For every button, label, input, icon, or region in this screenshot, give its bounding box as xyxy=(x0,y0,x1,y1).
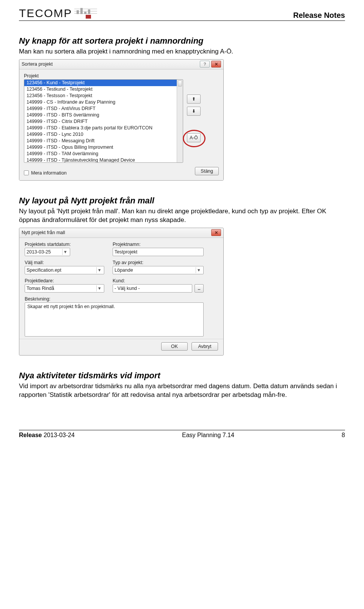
list-item[interactable]: 149999 - ITSD - TAM överlämning xyxy=(24,151,183,157)
list-item[interactable]: 123456 - Testkund - Testprojekt xyxy=(24,86,183,93)
logo-text: TECOMP xyxy=(19,7,72,20)
template-label: Välj mall: xyxy=(25,260,104,265)
footer-product: Easy Planning 7.14 xyxy=(182,432,234,439)
section3-title: Nya aktiviteter tidsmärks vid import xyxy=(19,371,345,381)
new-project-titlebar: Nytt projekt från mall ✕ xyxy=(19,228,223,238)
page-header: TECOMP Release Notes xyxy=(19,7,345,21)
move-up-button[interactable]: ⬆ xyxy=(187,94,201,104)
sort-project-dialog: Sortera projekt ? ✕ Projekt 123456 - Kun… xyxy=(19,59,224,181)
logo-mark-icon xyxy=(74,7,101,19)
template-select[interactable]: Specification.ept ▾ xyxy=(25,266,104,274)
projectleader-select[interactable]: Tomas Rindå ▾ xyxy=(25,284,104,293)
sort-dialog-title: Sortera projekt xyxy=(22,61,53,67)
move-down-button[interactable]: ⬇ xyxy=(187,107,201,116)
projectleader-label: Projektledare: xyxy=(25,278,104,283)
projecttype-select[interactable]: Löpande ▾ xyxy=(113,266,204,274)
list-item[interactable]: 149999 - ITSD - AntiVirus DRIFT xyxy=(24,105,183,112)
footer-release-date: 2013-03-24 xyxy=(44,432,75,438)
chevron-down-icon: ▾ xyxy=(62,249,68,255)
startdate-input[interactable]: 2013-03-25 ▾ xyxy=(25,248,70,256)
description-value: Skapar ett nytt projekt från en projektm… xyxy=(27,304,115,309)
description-textarea[interactable]: Skapar ett nytt projekt från en projektm… xyxy=(25,302,204,337)
list-item[interactable]: 149999 - ITSD - Messaging Drift xyxy=(24,138,183,144)
projectname-label: Projektnamn: xyxy=(113,242,204,247)
projectname-input[interactable]: Testprojekt xyxy=(113,248,204,256)
projectleader-value: Tomas Rindå xyxy=(27,286,54,291)
section1-title: Ny knapp för att sortera projekt i namno… xyxy=(19,36,345,46)
list-item[interactable]: 149999 - ITSD - BITS överlämning xyxy=(24,112,183,118)
release-notes-title: Release Notes xyxy=(293,11,345,20)
projecttype-label: Typ av projekt: xyxy=(113,260,204,265)
customer-select[interactable]: - Välj kund - xyxy=(113,284,192,293)
list-scrollbar[interactable] xyxy=(177,80,183,162)
close-button[interactable]: ✕ xyxy=(211,61,221,68)
new-project-dialog: Nytt projekt från mall ✕ Projektets star… xyxy=(19,228,224,356)
close-button[interactable]: ✕ xyxy=(211,229,221,236)
customer-label: Kund: xyxy=(113,278,204,283)
startdate-value: 2013-03-25 xyxy=(27,249,51,255)
startdate-label: Projektets startdatum: xyxy=(25,242,104,247)
footer-page-number: 8 xyxy=(342,432,345,439)
chevron-down-icon: ▾ xyxy=(196,267,202,273)
cancel-button[interactable]: Avbryt xyxy=(191,342,218,351)
section3-body: Vid import av arbetsordrar tidsmärks nu … xyxy=(19,382,345,400)
list-item[interactable]: 149999 - ITSD - Etablera 3:dje parts por… xyxy=(24,125,183,131)
help-button[interactable]: ? xyxy=(200,61,210,68)
list-item[interactable]: 149999 - ITSD - Tjänsteutveckling Manage… xyxy=(24,157,183,163)
section1-body: Man kan nu sortera alla projekt i namnor… xyxy=(19,47,345,56)
projecttype-value: Löpande xyxy=(115,268,133,273)
list-item[interactable]: 123456 - Testsson - Testprojekt xyxy=(24,93,183,99)
section2-title: Ny layout på Nytt projekt från mall xyxy=(19,196,345,206)
project-group-label: Projekt xyxy=(24,73,219,79)
list-item[interactable]: 123456 - Kund - Testprojekt xyxy=(24,80,183,86)
chevron-down-icon: ▾ xyxy=(96,285,102,291)
sort-az-label: A-Ö xyxy=(190,135,198,140)
chevron-down-icon: ▾ xyxy=(96,267,102,273)
list-item[interactable]: 149999 - CS - Införande av Easy Planning xyxy=(24,99,183,105)
more-info-checkbox[interactable] xyxy=(24,170,29,175)
project-list[interactable]: 123456 - Kund - Testprojekt 123456 - Tes… xyxy=(24,79,183,163)
new-project-title: Nytt projekt från mall xyxy=(22,230,65,235)
ok-button[interactable]: OK xyxy=(161,342,188,351)
page-footer: Release 2013-03-24 Easy Planning 7.14 8 xyxy=(19,430,345,439)
list-item[interactable]: 149999 - ITSD - Lync 2010 xyxy=(24,131,183,138)
list-item[interactable]: 149999 - ITSD - Citrix DRIFT xyxy=(24,118,183,125)
footer-release: Release 2013-03-24 xyxy=(19,432,75,439)
sort-dialog-titlebar: Sortera projekt ? ✕ xyxy=(19,60,223,69)
close-dialog-button[interactable]: Stäng xyxy=(195,167,219,175)
customer-value: - Välj kund - xyxy=(115,286,140,291)
template-value: Specification.ept xyxy=(27,268,61,273)
logo: TECOMP xyxy=(19,7,101,20)
projectname-value: Testprojekt xyxy=(115,249,137,255)
footer-release-label: Release xyxy=(19,432,42,438)
sort-az-button[interactable]: A-Ö xyxy=(187,133,201,142)
list-item[interactable]: 149999 - ITSD - Opus Billing Improvment xyxy=(24,144,183,151)
section2-body: Ny layout på 'Nytt projekt från mall'. M… xyxy=(19,207,345,225)
more-info-label: Mera information xyxy=(31,170,67,176)
description-label: Beskrivning: xyxy=(25,296,204,302)
customer-browse-button[interactable]: .. xyxy=(195,284,204,293)
